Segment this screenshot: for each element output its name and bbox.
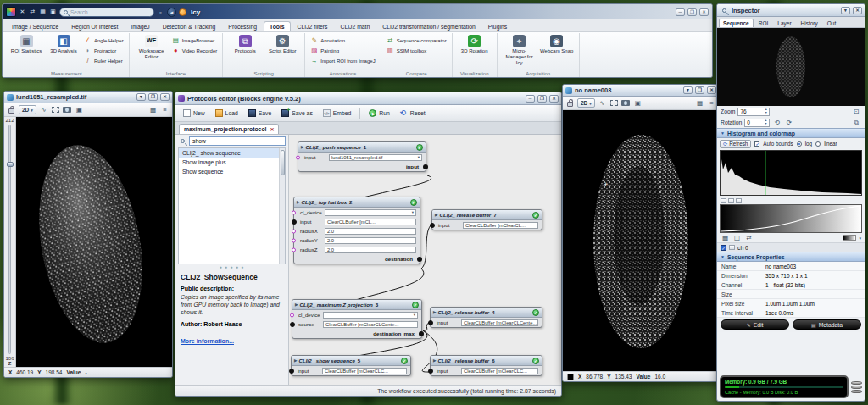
left-image-canvas[interactable] bbox=[16, 117, 172, 367]
search-input[interactable]: Search bbox=[59, 8, 154, 17]
tab-processing[interactable]: Processing bbox=[222, 21, 263, 31]
workflow-block-clij2-push-sequence-1[interactable]: ▶CLIj2_ push sequence1✓inputlund1051_res… bbox=[298, 141, 426, 172]
snapshot-icon[interactable] bbox=[63, 105, 72, 115]
ribbon-item-video-recorder[interactable]: ●Video Recorder bbox=[172, 46, 218, 55]
workflow-canvas[interactable]: ▶CLIj2_ push sequence1✓inputlund1051_res… bbox=[289, 135, 561, 385]
pin-button[interactable]: ▾ bbox=[683, 86, 693, 94]
ribbon-button-3d-analysis[interactable]: ◧3D Analysis bbox=[47, 35, 81, 54]
rotate-cw-icon[interactable]: ⟳ bbox=[784, 118, 793, 128]
left-window-titlebar[interactable]: lund1051_resampled.tif ▾ ❐ ✕ bbox=[4, 92, 172, 103]
ribbon-button-protocols[interactable]: ⧉Protocols bbox=[228, 35, 262, 54]
linked-port-dot[interactable] bbox=[430, 223, 435, 228]
result-item-clij2-show-sequence[interactable]: CLIj2_ show sequence bbox=[179, 148, 285, 158]
result-item-show-sequence[interactable]: Show sequence bbox=[179, 167, 285, 176]
ribbon-item-ruler-helper[interactable]: /Ruler Helper bbox=[84, 56, 124, 65]
refresh-button[interactable]: ⟳Refresh bbox=[720, 140, 751, 148]
close-tab-icon[interactable]: ✕ bbox=[270, 126, 274, 132]
hist-tool-icon[interactable] bbox=[721, 198, 726, 203]
tab-clij2-transformation-segmentation[interactable]: CLIJ2 transformation / segmentation bbox=[376, 21, 481, 31]
block-input[interactable]: ClearCLBuffer [mCL... bbox=[325, 219, 416, 225]
linked-port-dot[interactable] bbox=[428, 369, 433, 374]
expand-icon[interactable]: ▶ bbox=[297, 200, 299, 204]
linear-radio[interactable] bbox=[815, 141, 821, 147]
ribbon-item-ssim-toolbox[interactable]: ▥SSIM toolbox bbox=[387, 46, 447, 55]
port-dot[interactable] bbox=[290, 313, 294, 317]
protocols-titlebar[interactable]: Protocols editor (Blocks engine v.5.2) ─… bbox=[175, 92, 561, 105]
result-item-show-image-plus[interactable]: Show image plus bbox=[179, 158, 285, 167]
port-dot[interactable] bbox=[292, 210, 296, 214]
snapshot-icon[interactable] bbox=[621, 98, 631, 108]
view-mode-dropdown[interactable]: 2D▾ bbox=[577, 98, 595, 108]
gradient-chip[interactable] bbox=[843, 235, 856, 241]
ribbon-item-angle-helper[interactable]: ∠Angle Helper bbox=[84, 36, 124, 45]
reset-button[interactable]: Reset bbox=[396, 107, 430, 119]
ribbon-item-sequence-comparator[interactable]: ⇄Sequence comparator bbox=[387, 36, 447, 45]
fit-view-icon[interactable]: ⊡ bbox=[852, 107, 861, 117]
ribbon-item-protractor[interactable]: ◗Protractor bbox=[84, 46, 124, 55]
output-dot[interactable] bbox=[423, 164, 428, 169]
ribbon-button-workspace-editor[interactable]: WEWorkspace Editor bbox=[135, 35, 169, 60]
port-dot[interactable] bbox=[292, 247, 296, 252]
workflow-block-clij2-release-buffer-7[interactable]: ▶CLIj2_ release buffer7✓inputClearCLBuff… bbox=[431, 209, 542, 230]
save-as-button[interactable]: Save as bbox=[277, 107, 317, 119]
grid-view-icon[interactable]: ▦ bbox=[695, 98, 704, 108]
inspector-tab-history[interactable]: History bbox=[797, 19, 822, 27]
expand-icon[interactable]: ▶ bbox=[294, 358, 297, 363]
grid-view-icon[interactable]: ▦ bbox=[148, 105, 158, 115]
expand-panel-icon[interactable]: ⧉ bbox=[852, 118, 861, 128]
block-input[interactable]: 2.0 bbox=[325, 237, 416, 244]
embed-button[interactable]: Embed bbox=[319, 107, 356, 119]
output-dot[interactable] bbox=[417, 257, 422, 262]
results-scrollbar[interactable] bbox=[279, 148, 285, 264]
block-header[interactable]: ▶CLIj2_ show sequence5✓ bbox=[292, 356, 410, 366]
settings-icon[interactable]: ≡ bbox=[707, 98, 716, 108]
block-header[interactable]: ▶CLIj2_ release buffer7✓ bbox=[432, 210, 542, 220]
block-dropdown[interactable]: lund1051_resampled.tif bbox=[329, 154, 422, 161]
z-slider[interactable] bbox=[8, 125, 11, 354]
expand-icon[interactable]: ▶ bbox=[433, 310, 436, 314]
channel-visible-checkbox[interactable]: ✓ bbox=[721, 245, 726, 251]
hist-tool-icon[interactable] bbox=[736, 198, 742, 203]
block-input[interactable]: 2.0 bbox=[325, 228, 416, 235]
block-header[interactable]: ▶CLIj2_ top hat box2✓ bbox=[294, 197, 420, 208]
grid-icon[interactable]: ▦ bbox=[39, 8, 47, 15]
close-button[interactable]: ✕ bbox=[160, 93, 170, 101]
port-dot[interactable] bbox=[296, 155, 300, 159]
rotate-ccw-icon[interactable]: ⟲ bbox=[772, 118, 782, 128]
save-button[interactable]: Save bbox=[244, 107, 276, 119]
block-input[interactable]: ClearCLBuffer [mClearCLConte... bbox=[323, 321, 418, 328]
expand-icon[interactable]: ▶ bbox=[435, 213, 437, 217]
properties-section-header[interactable]: ▼Sequence Properties bbox=[717, 252, 865, 262]
pin-button[interactable]: ▾ bbox=[841, 7, 850, 14]
stream-icon[interactable]: ∿ bbox=[598, 98, 607, 108]
port-dot[interactable] bbox=[292, 238, 296, 242]
layers-icon[interactable]: ▣ bbox=[633, 98, 643, 108]
stream-icon[interactable]: ∿ bbox=[39, 105, 48, 115]
inspector-tab-out[interactable]: Out bbox=[823, 19, 840, 27]
colormap-icon[interactable]: ▦ bbox=[721, 233, 730, 243]
layers-icon[interactable]: ▣ bbox=[75, 105, 84, 115]
output-dot[interactable] bbox=[419, 331, 424, 336]
right-image-canvas[interactable]: + bbox=[563, 110, 719, 371]
ribbon-button-3d-rotation[interactable]: ⟳3D Rotation bbox=[458, 35, 492, 54]
lock-icon[interactable] bbox=[7, 105, 16, 115]
close-button[interactable]: ✕ bbox=[699, 8, 709, 16]
swap-icon[interactable]: ⇄ bbox=[29, 8, 36, 15]
inspector-titlebar[interactable]: Inspector ▾ ✕ bbox=[717, 4, 865, 17]
list-view-icon[interactable]: ≡ bbox=[160, 105, 170, 115]
maximize-button[interactable]: ❐ bbox=[695, 86, 704, 94]
workflow-block-clij2-release-buffer-4[interactable]: ▶CLIj2_ release buffer4✓inputClearCLBuff… bbox=[430, 307, 542, 328]
log-radio[interactable] bbox=[797, 141, 802, 147]
inspector-tab-layer[interactable]: Layer bbox=[773, 19, 795, 27]
ribbon-item-annotation[interactable]: ✎Annotation bbox=[310, 36, 375, 45]
view-mode-dropdown[interactable]: 2D▾ bbox=[19, 105, 36, 114]
roi-select-icon[interactable] bbox=[51, 105, 60, 115]
detach-icon[interactable]: ✕ bbox=[19, 8, 26, 15]
ribbon-item-painting[interactable]: ▨Painting bbox=[310, 46, 375, 55]
block-header[interactable]: ▶CLIj2_ release buffer4✓ bbox=[431, 308, 542, 318]
ribbon-button-script-editor[interactable]: ⚙Script Editor bbox=[265, 35, 299, 54]
inspector-tab-roi[interactable]: ROI bbox=[754, 19, 773, 27]
block-input[interactable]: ClearCLBuffer [mClearCLCente... bbox=[461, 319, 538, 326]
maximize-button[interactable]: ❐ bbox=[148, 93, 158, 101]
block-dropdown[interactable] bbox=[323, 312, 418, 319]
